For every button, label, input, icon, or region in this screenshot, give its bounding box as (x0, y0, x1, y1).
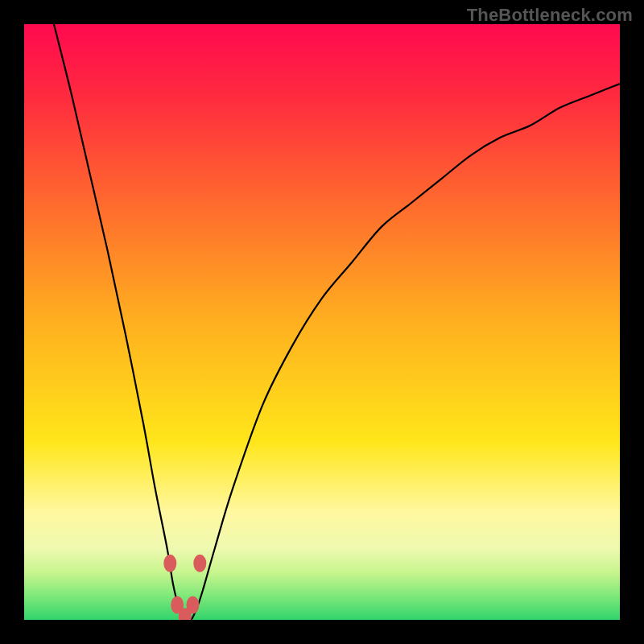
bottleneck-chart (24, 24, 620, 620)
watermark-text: TheBottleneck.com (467, 5, 633, 26)
curve-marker (193, 555, 206, 572)
curve-marker (163, 555, 176, 572)
chart-background (24, 24, 620, 620)
curve-marker (186, 597, 199, 614)
chart-frame: TheBottleneck.com (0, 0, 644, 644)
